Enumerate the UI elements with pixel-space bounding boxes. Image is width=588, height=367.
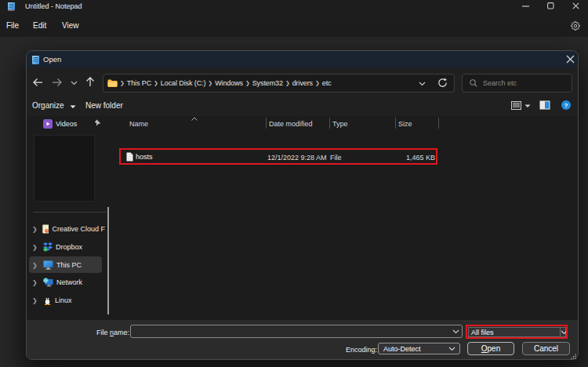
svg-text:?: ? xyxy=(564,102,568,109)
